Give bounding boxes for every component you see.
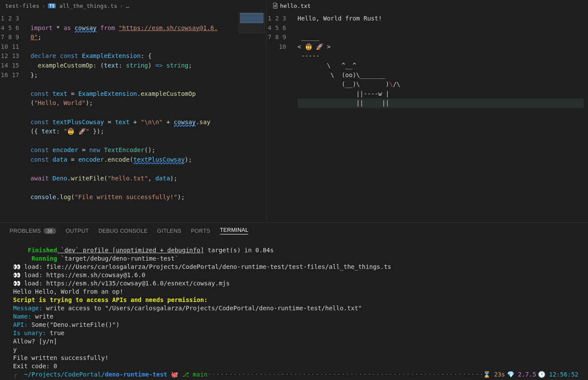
chevron-right-icon: › xyxy=(42,3,45,9)
hourglass-icon: ⌛ xyxy=(483,371,494,378)
typescript-badge-icon: TS xyxy=(48,3,56,8)
editor-tab[interactable]: hello.txt xyxy=(272,3,311,9)
tab-filename: hello.txt xyxy=(280,3,311,9)
code-editor[interactable]: import * as cowsay from "https://esm.sh/… xyxy=(26,11,267,222)
tab-bar: hello.txt xyxy=(267,0,588,11)
shell-prompt[interactable]: ╭ ~/Projects/CodePortal/deno-runtime-tes… xyxy=(13,370,578,379)
git-branch-icon: 🐙 ⎇ xyxy=(167,370,193,379)
line-gutter: 1 2 3 4 5 6 7 8 9 10 11 12 13 14 15 16 1… xyxy=(0,11,26,222)
panel-tab-bar: PROBLEMS 38 OUTPUT DEBUG CONSOLE GITLENS… xyxy=(0,223,588,237)
terminal[interactable]: Finished `dev` profile [unoptimized + de… xyxy=(0,237,588,380)
breadcrumb-ellipsis[interactable]: … xyxy=(126,3,129,9)
problems-count-badge: 38 xyxy=(44,228,56,234)
tab-output[interactable]: OUTPUT xyxy=(66,228,89,234)
editor-left[interactable]: test-files › TS all_the_things.ts › … 1 … xyxy=(0,0,267,222)
editor-right[interactable]: hello.txt 1 2 3 4 5 6 7 8 9 10 Hello, Wo… xyxy=(267,0,588,222)
clock-icon: 🕐 xyxy=(538,371,549,378)
breadcrumb-file[interactable]: all_the_things.ts xyxy=(59,3,117,9)
bottom-panel: PROBLEMS 38 OUTPUT DEBUG CONSOLE GITLENS… xyxy=(0,222,588,380)
breadcrumb-folder[interactable]: test-files xyxy=(5,3,39,9)
tab-debug-console[interactable]: DEBUG CONSOLE xyxy=(98,228,148,234)
tab-ports[interactable]: PORTS xyxy=(191,228,210,234)
line-gutter: 1 2 3 4 5 6 7 8 9 10 xyxy=(267,11,293,222)
tab-problems[interactable]: PROBLEMS 38 xyxy=(10,228,56,234)
gem-icon: 💎 xyxy=(507,371,518,378)
file-icon xyxy=(272,3,278,9)
tab-terminal[interactable]: TERMINAL xyxy=(220,227,249,234)
tab-gitlens[interactable]: GITLENS xyxy=(157,228,182,234)
chevron-right-icon: › xyxy=(120,3,123,9)
minimap[interactable] xyxy=(239,12,265,33)
text-viewer[interactable]: Hello, World from Rust! _____< 🤠 🚀 > ---… xyxy=(293,11,588,222)
breadcrumb[interactable]: test-files › TS all_the_things.ts › … xyxy=(0,0,267,11)
